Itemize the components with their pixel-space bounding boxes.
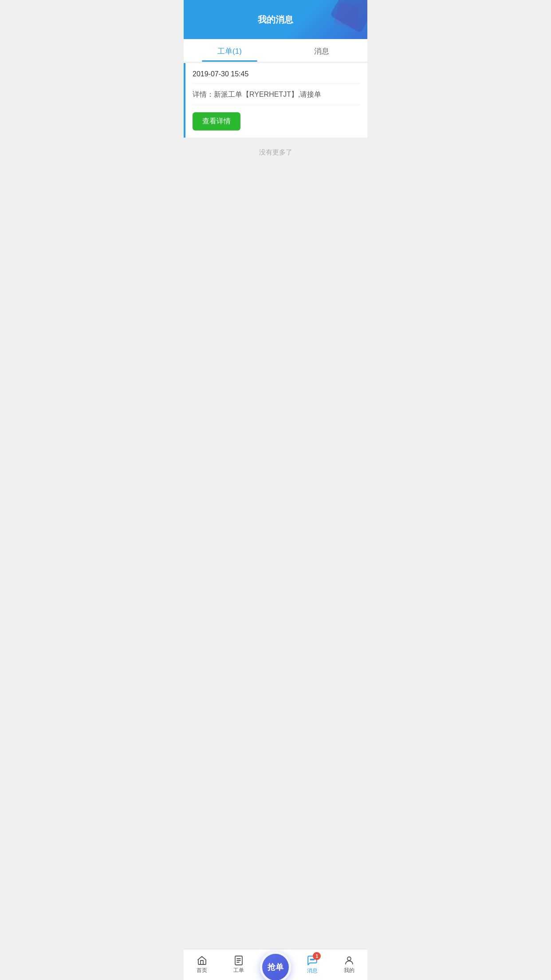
tab-message[interactable]: 消息 bbox=[276, 39, 367, 62]
no-more-text: 没有更多了 bbox=[184, 138, 367, 167]
message-detail: 详情：新派工单【RYERHETJT】,请接单 bbox=[193, 90, 360, 105]
content-area: 2019-07-30 15:45 详情：新派工单【RYERHETJT】,请接单 … bbox=[184, 63, 367, 326]
page-title: 我的消息 bbox=[258, 14, 293, 26]
tab-work-order[interactable]: 工单(1) bbox=[184, 39, 276, 62]
tab-bar: 工单(1) 消息 bbox=[184, 39, 367, 62]
message-card: 2019-07-30 15:45 详情：新派工单【RYERHETJT】,请接单 … bbox=[184, 63, 367, 138]
tab-message-label: 消息 bbox=[314, 47, 329, 55]
view-detail-button[interactable]: 查看详情 bbox=[193, 112, 240, 130]
tab-work-order-label: 工单(1) bbox=[217, 47, 242, 55]
tab-work-order-count: (1) bbox=[232, 47, 242, 55]
message-date: 2019-07-30 15:45 bbox=[193, 70, 360, 84]
header: 我的消息 bbox=[184, 0, 367, 39]
